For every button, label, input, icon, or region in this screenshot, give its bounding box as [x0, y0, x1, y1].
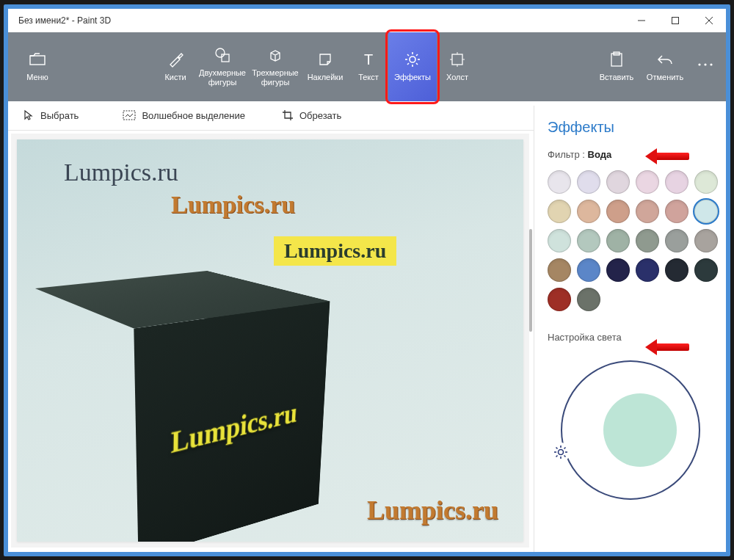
filter-swatch[interactable]	[548, 200, 571, 223]
filter-swatch[interactable]	[548, 288, 571, 311]
filter-swatch[interactable]	[694, 229, 718, 252]
titlebar: Без имени2* - Paint 3D	[8, 9, 726, 32]
filter-swatch[interactable]	[577, 288, 600, 311]
brush-icon	[167, 51, 184, 68]
cube-object[interactable]: Lumpics.ru	[37, 250, 331, 542]
crop-tool[interactable]: Обрезать	[275, 106, 349, 124]
menu-label: Меню	[26, 73, 48, 82]
cursor-icon	[23, 109, 34, 121]
svg-rect-4	[30, 56, 45, 65]
effects-panel: Эффекты Фильтр : Вода Настройка света	[534, 106, 726, 552]
maximize-button[interactable]	[658, 9, 692, 32]
cube-face-text: Lumpics.ru	[170, 395, 298, 459]
3d-shapes-tab[interactable]: Трехмерные фигуры	[249, 32, 302, 101]
canvas-area[interactable]: Lumpics.ru Lumpics.ru Lumpics.ru Lumpics…	[17, 139, 523, 542]
filter-swatch[interactable]	[548, 258, 571, 282]
filter-swatch[interactable]	[694, 170, 718, 194]
watermark-text-4: Lumpics.ru	[367, 495, 498, 526]
light-wheel[interactable]	[553, 353, 708, 507]
stickers-tab[interactable]: Наклейки	[302, 32, 349, 101]
more-button[interactable]	[689, 32, 722, 101]
text-icon: T	[361, 51, 376, 68]
effects-label: Эффекты	[394, 73, 431, 82]
ellipsis-icon	[697, 56, 713, 73]
svg-rect-1	[672, 17, 679, 23]
crop-label: Обрезать	[299, 110, 341, 121]
filter-swatch[interactable]	[577, 200, 600, 223]
folder-icon	[29, 51, 46, 68]
filter-value: Вода	[588, 149, 612, 160]
text-tab[interactable]: T Текст	[349, 32, 388, 101]
svg-line-16	[407, 63, 409, 65]
svg-point-26	[710, 63, 712, 65]
menu-button[interactable]: Меню	[8, 32, 67, 101]
brushes-label: Кисти	[164, 73, 186, 82]
filter-swatch[interactable]	[548, 229, 571, 252]
filter-swatch[interactable]	[694, 258, 718, 282]
svg-line-13	[407, 54, 409, 56]
filter-swatch[interactable]	[577, 170, 600, 194]
svg-line-15	[416, 54, 418, 56]
ribbon: Меню Кисти Двухмерные фигуры Трехмерные …	[8, 32, 726, 101]
shapes2d-icon	[214, 46, 230, 64]
filter-swatch[interactable]	[636, 200, 659, 223]
canvas-icon	[449, 51, 465, 68]
filter-swatch[interactable]	[577, 258, 600, 282]
light-wheel-preview	[603, 393, 677, 467]
filter-swatch[interactable]	[694, 200, 718, 223]
filter-swatch[interactable]	[665, 200, 688, 223]
app-window: Без имени2* - Paint 3D Меню Кисти Двухме…	[4, 4, 730, 556]
filter-swatch[interactable]	[548, 170, 571, 194]
svg-point-8	[410, 57, 415, 62]
paste-label: Вставить	[600, 73, 634, 82]
filter-swatch[interactable]	[577, 229, 600, 252]
filter-swatch[interactable]	[636, 258, 659, 282]
workspace[interactable]: Lumpics.ru Lumpics.ru Lumpics.ru Lumpics…	[11, 134, 529, 548]
paste-button[interactable]: Вставить	[592, 32, 641, 101]
scrollbar-thumb[interactable]	[529, 229, 532, 332]
svg-point-38	[558, 449, 563, 454]
3d-shapes-label: Трехмерные фигуры	[252, 68, 299, 87]
svg-rect-17	[452, 54, 462, 65]
2d-shapes-tab[interactable]: Двухмерные фигуры	[196, 32, 249, 101]
undo-label: Отменить	[647, 73, 683, 82]
filter-swatch[interactable]	[606, 170, 630, 194]
undo-button[interactable]: Отменить	[641, 32, 689, 101]
filter-swatch[interactable]	[665, 258, 688, 282]
filter-swatch[interactable]	[636, 229, 659, 252]
svg-text:T: T	[364, 52, 373, 67]
canvas-label: Холст	[446, 73, 468, 82]
filter-swatch[interactable]	[606, 229, 630, 252]
filter-swatch[interactable]	[665, 229, 688, 252]
svg-line-46	[556, 455, 557, 457]
magic-select-tool[interactable]: Волшебное выделение	[115, 107, 252, 124]
stickers-label: Наклейки	[308, 73, 344, 82]
brushes-tab[interactable]: Кисти	[155, 32, 196, 101]
svg-line-43	[556, 447, 557, 448]
canvas-tab[interactable]: Холст	[437, 32, 478, 101]
light-direction-handle[interactable]	[551, 443, 570, 462]
effects-tab[interactable]: Эффекты	[388, 32, 437, 101]
filter-swatch[interactable]	[606, 200, 630, 223]
filter-swatch[interactable]	[606, 258, 630, 282]
undo-icon	[657, 51, 673, 68]
paste-icon	[609, 51, 624, 68]
close-button[interactable]	[692, 9, 726, 32]
minimize-button[interactable]	[625, 9, 658, 32]
2d-shapes-label: Двухмерные фигуры	[199, 68, 246, 87]
select-tool[interactable]: Выбрать	[15, 106, 86, 124]
svg-point-24	[698, 63, 700, 65]
magic-select-icon	[123, 110, 136, 120]
watermark-text-2: Lumpics.ru	[171, 191, 295, 219]
filter-swatch[interactable]	[636, 170, 659, 194]
crop-icon	[282, 109, 294, 121]
filter-swatch[interactable]	[665, 170, 688, 194]
svg-line-44	[564, 455, 565, 457]
annotation-arrow-2	[647, 339, 689, 355]
filter-swatches	[548, 170, 713, 311]
svg-line-14	[416, 63, 418, 65]
svg-line-45	[564, 447, 565, 448]
svg-point-25	[704, 63, 706, 65]
svg-rect-6	[222, 54, 229, 62]
window-title: Без имени2* - Paint 3D	[18, 15, 111, 26]
